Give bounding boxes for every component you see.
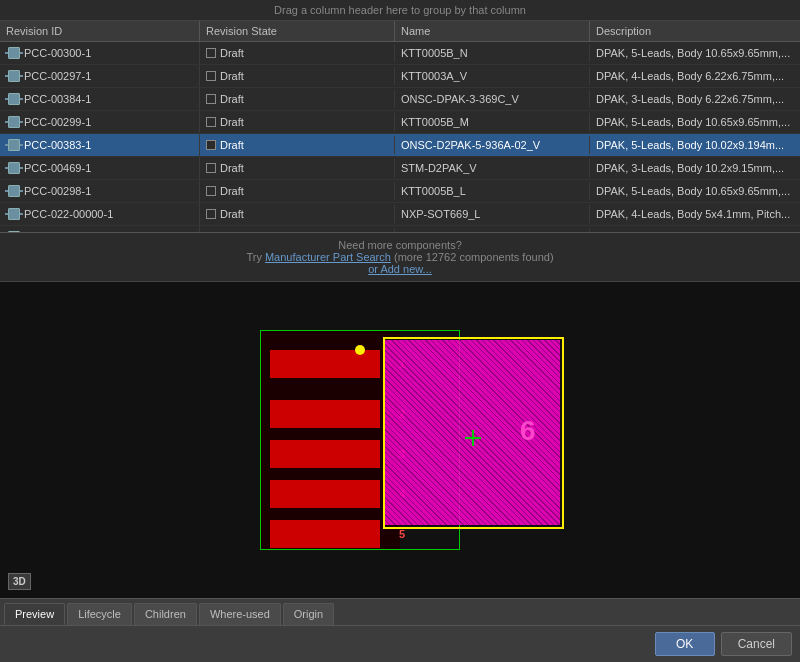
- cell-name: KTT0005B_N: [395, 44, 590, 62]
- state-checkbox[interactable]: [206, 163, 216, 173]
- table-body[interactable]: PCC-00300-1 Draft KTT0005B_N DPAK, 5-Lea…: [0, 42, 800, 232]
- cell-revid: PCC-00298-1: [0, 180, 200, 202]
- lead-pad-1: 1: [270, 350, 380, 378]
- cell-revid: PCC-022-00000-1: [0, 203, 200, 225]
- table-row[interactable]: PCC-00299-1 Draft KTT0005B_M DPAK, 5-Lea…: [0, 111, 800, 134]
- badge-3d: 3D: [8, 573, 31, 590]
- main-dialog: Drag a column header here to group by th…: [0, 0, 800, 662]
- cell-revid: PCC-00469-1: [0, 157, 200, 179]
- component-preview: 1 2 3 4 5: [210, 310, 590, 570]
- cell-revid: PCC-00297-1: [0, 65, 200, 87]
- table-row[interactable]: PCC-022-00000-1 Draft NXP-SOT669_L DPAK,…: [0, 203, 800, 226]
- table-row[interactable]: PCC-00297-1 Draft KTT0003A_V DPAK, 4-Lea…: [0, 65, 800, 88]
- state-checkbox[interactable]: [206, 117, 216, 127]
- cell-desc: DPAK, 3-Leads, Body 10.24x9.35mm,...: [590, 228, 800, 232]
- state-checkbox[interactable]: [206, 209, 216, 219]
- cell-state: Draft: [200, 205, 395, 223]
- canvas-area: 1 2 3 4 5: [0, 282, 800, 598]
- tab-lifecycle[interactable]: Lifecycle: [67, 603, 132, 625]
- chip-icon: [6, 91, 22, 107]
- crosshair-icon: [465, 430, 481, 446]
- tab-origin[interactable]: Origin: [283, 603, 334, 625]
- col-header-revid[interactable]: Revision ID: [0, 21, 200, 41]
- chip-icon: [6, 68, 22, 84]
- cell-name: ONSC-DPAK-3-369C_V: [395, 90, 590, 108]
- cell-desc: DPAK, 4-Leads, Body 6.22x6.75mm,...: [590, 67, 800, 85]
- cell-revid: PCC-00384-1: [0, 88, 200, 110]
- cell-name: KTT0005B_L: [395, 182, 590, 200]
- cell-state: Draft: [200, 113, 395, 131]
- cancel-button[interactable]: Cancel: [721, 632, 792, 656]
- chip-icon: [6, 206, 22, 222]
- cell-desc: DPAK, 4-Leads, Body 5x4.1mm, Pitch...: [590, 205, 800, 223]
- state-checkbox[interactable]: [206, 71, 216, 81]
- footer: OK Cancel: [0, 625, 800, 662]
- chip-icon: [6, 183, 22, 199]
- drag-hint: Drag a column header here to group by th…: [0, 0, 800, 21]
- lead-pad-2: 2: [270, 400, 380, 428]
- lead-pad-4: 4: [270, 480, 380, 508]
- state-checkbox[interactable]: [206, 94, 216, 104]
- tab-preview[interactable]: Preview: [4, 603, 65, 625]
- chip-icon: [6, 45, 22, 61]
- chip-icon: [6, 114, 22, 130]
- lead-pad-5: 5: [270, 520, 380, 548]
- table-header: Revision ID Revision State Name Descript…: [0, 21, 800, 42]
- cell-desc: DPAK, 5-Leads, Body 10.65x9.65mm,...: [590, 113, 800, 131]
- cell-desc: DPAK, 5-Leads, Body 10.02x9.194m...: [590, 136, 800, 154]
- cell-state: Draft: [200, 90, 395, 108]
- state-checkbox[interactable]: [206, 48, 216, 58]
- col-header-desc[interactable]: Description: [590, 21, 800, 41]
- state-checkbox[interactable]: [206, 186, 216, 196]
- tabs-bar: PreviewLifecycleChildrenWhere-usedOrigin: [0, 598, 800, 625]
- cell-state: Draft: [200, 67, 395, 85]
- table-row[interactable]: PCC-00300-1 Draft KTT0005B_N DPAK, 5-Lea…: [0, 42, 800, 65]
- lead-pad-3: 3: [270, 440, 380, 468]
- cell-revid: PCC-00382-1: [0, 226, 200, 232]
- cell-revid: PCC-00383-1: [0, 134, 200, 156]
- add-new-link[interactable]: or Add new...: [4, 263, 796, 275]
- more-section: Need more components? Try Manufacturer P…: [0, 233, 800, 282]
- ok-button[interactable]: OK: [655, 632, 715, 656]
- cell-desc: DPAK, 5-Leads, Body 10.65x9.65mm,...: [590, 44, 800, 62]
- yellow-dot: [355, 345, 365, 355]
- cell-state: Draft: [200, 136, 395, 154]
- cell-name: STM-D2PAK_V: [395, 159, 590, 177]
- col-header-name[interactable]: Name: [395, 21, 590, 41]
- table-row[interactable]: PCC-00298-1 Draft KTT0005B_L DPAK, 5-Lea…: [0, 180, 800, 203]
- chip-icon: [6, 137, 22, 153]
- table-row[interactable]: PCC-00469-1 Draft STM-D2PAK_V DPAK, 3-Le…: [0, 157, 800, 180]
- cell-desc: DPAK, 3-Leads, Body 6.22x6.75mm,...: [590, 90, 800, 108]
- tab-where-used[interactable]: Where-used: [199, 603, 281, 625]
- cell-desc: DPAK, 3-Leads, Body 10.2x9.15mm,...: [590, 159, 800, 177]
- cell-desc: DPAK, 5-Leads, Body 10.65x9.65mm,...: [590, 182, 800, 200]
- cell-name: ONSC-D2PAK-3-936-03_V: [395, 228, 590, 232]
- cell-state: Draft: [200, 44, 395, 62]
- cell-revid: PCC-00299-1: [0, 111, 200, 133]
- state-checkbox[interactable]: [206, 140, 216, 150]
- chip-icon: [6, 229, 22, 232]
- col-header-state[interactable]: Revision State: [200, 21, 395, 41]
- table-row[interactable]: PCC-00383-1 Draft ONSC-D2PAK-5-936A-02_V…: [0, 134, 800, 157]
- cell-state: Draft: [200, 159, 395, 177]
- cell-name: ONSC-D2PAK-5-936A-02_V: [395, 136, 590, 154]
- cell-name: KTT0005B_M: [395, 113, 590, 131]
- pad-label-6: 6: [520, 415, 536, 447]
- chip-icon: [6, 160, 22, 176]
- cell-state: Draft: [200, 182, 395, 200]
- need-more-text: Need more components?: [4, 239, 796, 251]
- table-row[interactable]: PCC-00384-1 Draft ONSC-DPAK-3-369C_V DPA…: [0, 88, 800, 111]
- cell-name: KTT0003A_V: [395, 67, 590, 85]
- cell-name: NXP-SOT669_L: [395, 205, 590, 223]
- tab-children[interactable]: Children: [134, 603, 197, 625]
- cell-state: Draft: [200, 228, 395, 232]
- manufacturer-part-search-link[interactable]: Manufacturer Part Search: [265, 251, 391, 263]
- table-row[interactable]: PCC-00382-1 Draft ONSC-D2PAK-3-936-03_V …: [0, 226, 800, 232]
- table-section: Drag a column header here to group by th…: [0, 0, 800, 233]
- preview-section: 1 2 3 4 5: [0, 282, 800, 598]
- cell-revid: PCC-00300-1: [0, 42, 200, 64]
